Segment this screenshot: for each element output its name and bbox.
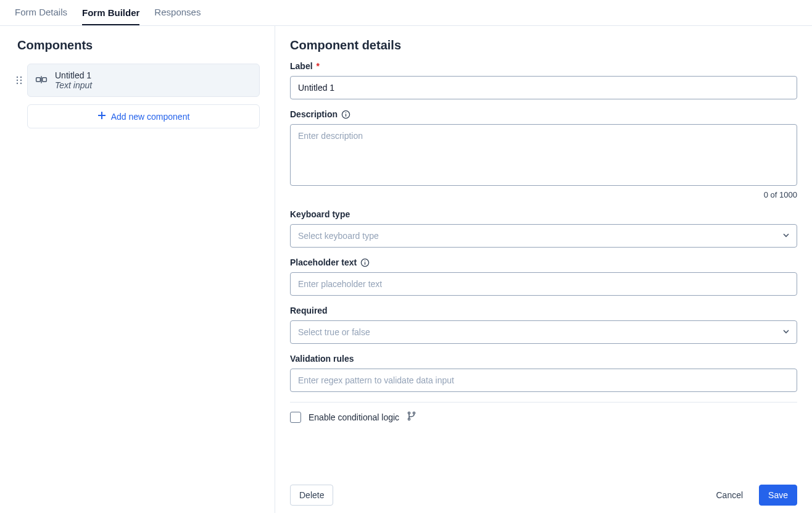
footer-actions: Delete Cancel Save [290, 477, 797, 506]
required-label: Required [290, 306, 797, 315]
cancel-button[interactable]: Cancel [707, 485, 752, 505]
validation-rules-label: Validation rules [290, 354, 797, 364]
conditional-logic-label: Enable conditional logic [309, 412, 399, 422]
placeholder-text-label: Placeholder text [290, 257, 797, 267]
required-text: Required [290, 306, 328, 315]
component-details-heading: Component details [290, 38, 797, 52]
save-button[interactable]: Save [759, 485, 797, 506]
component-type: Text input [55, 80, 92, 90]
placeholder-text-text: Placeholder text [290, 257, 357, 267]
validation-rules-text: Validation rules [290, 354, 354, 364]
component-card[interactable]: Untitled 1 Text input [27, 64, 260, 97]
tabs: Form Details Form Builder Responses [0, 0, 812, 26]
svg-point-3 [20, 80, 22, 81]
svg-point-1 [20, 77, 22, 78]
placeholder-text-input[interactable] [290, 272, 797, 296]
svg-point-18 [413, 412, 415, 414]
drag-handle-icon[interactable] [15, 76, 23, 85]
keyboard-type-label: Keyboard type [290, 209, 797, 219]
component-details-panel: Component details Label * Description [275, 26, 812, 513]
label-field-label: Label * [290, 61, 797, 71]
svg-rect-7 [43, 77, 47, 81]
tab-responses[interactable]: Responses [154, 1, 201, 25]
svg-point-0 [17, 77, 18, 78]
divider [290, 402, 797, 402]
svg-point-19 [408, 418, 410, 420]
components-sidebar: Components Untitled 1 [0, 26, 275, 513]
svg-point-4 [17, 83, 18, 84]
svg-point-13 [346, 112, 346, 112]
info-icon[interactable] [360, 258, 370, 267]
component-title: Untitled 1 [55, 70, 92, 80]
description-field-label: Description [290, 109, 797, 119]
tab-form-details[interactable]: Form Details [15, 1, 67, 25]
description-textarea[interactable] [290, 124, 797, 186]
description-char-count: 0 of 1000 [290, 190, 797, 199]
conditional-logic-checkbox[interactable] [290, 412, 301, 423]
required-select[interactable]: Select true or false [290, 320, 797, 344]
info-icon[interactable] [341, 110, 350, 119]
svg-point-5 [20, 83, 22, 84]
svg-point-2 [17, 80, 18, 81]
description-text: Description [290, 109, 338, 119]
add-new-component-button[interactable]: Add new component [27, 104, 260, 128]
svg-point-16 [365, 260, 365, 261]
validation-rules-input[interactable] [290, 369, 797, 392]
tab-form-builder[interactable]: Form Builder [82, 1, 139, 25]
add-new-component-label: Add new component [111, 112, 190, 122]
svg-rect-6 [36, 77, 41, 81]
plus-icon [97, 111, 106, 122]
branch-icon [407, 411, 416, 423]
required-asterisk: * [317, 61, 320, 71]
delete-button[interactable]: Delete [290, 485, 333, 506]
keyboard-type-select[interactable]: Select keyboard type [290, 224, 797, 248]
label-text: Label [290, 61, 313, 71]
components-heading: Components [17, 38, 260, 52]
text-input-icon [35, 73, 48, 88]
keyboard-type-text: Keyboard type [290, 209, 350, 219]
svg-point-17 [408, 412, 410, 414]
label-input[interactable] [290, 76, 797, 99]
